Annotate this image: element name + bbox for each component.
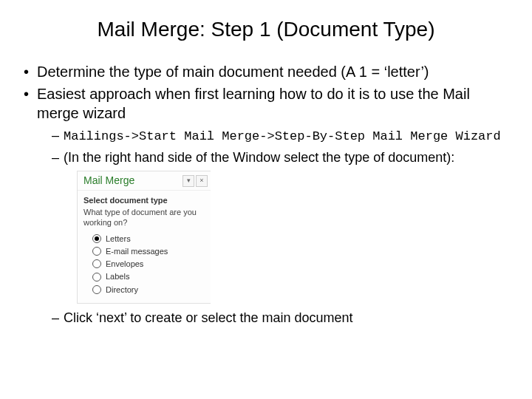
bullet-list: Determine the type of main document need… [22, 62, 510, 327]
close-icon: × [200, 177, 203, 184]
document-type-options: Letters E-mail messages Envelopes [78, 233, 211, 303]
option-label: Labels [106, 271, 129, 282]
radio-icon [92, 259, 101, 268]
pane-question: What type of document are you working on… [78, 207, 211, 231]
sub-bullet-list: Mailings->Start Mail Merge->Step-By-Step… [37, 127, 510, 327]
radio-icon [92, 234, 101, 243]
option-label: Letters [106, 233, 131, 244]
option-letters[interactable]: Letters [92, 233, 211, 244]
bullet-item: Easiest approach when first learning how… [24, 84, 510, 327]
bullet-item: Determine the type of main document need… [24, 62, 510, 81]
radio-icon [92, 273, 101, 282]
pane-section-title: Select document type [78, 191, 211, 207]
radio-icon [92, 285, 101, 294]
option-label: E-mail messages [106, 246, 168, 256]
option-envelopes[interactable]: Envelopes [92, 259, 211, 269]
bullet-text: Determine the type of main document need… [37, 64, 429, 80]
bullet-text: Easiest approach when first learning how… [37, 86, 470, 121]
menu-path-text: Mailings->Start Mail Merge->Step-By-Step… [64, 129, 501, 143]
sub-bullet-item: (In the right hand side of the Window se… [52, 149, 510, 304]
pane-title: Mail Merge [83, 174, 134, 187]
mail-merge-pane-screenshot: Mail Merge ▾ × Select document type What… [77, 171, 510, 304]
pane-dropdown-button[interactable]: ▾ [183, 175, 194, 187]
sub-bullet-item: Mailings->Start Mail Merge->Step-By-Step… [52, 127, 510, 145]
pane-close-button[interactable]: × [196, 175, 208, 187]
option-label: Directory [106, 284, 138, 295]
mail-merge-pane: Mail Merge ▾ × Select document type What… [77, 171, 211, 304]
pane-header: Mail Merge ▾ × [78, 171, 211, 190]
slide-title: Mail Merge: Step 1 (Document Type) [22, 18, 510, 41]
radio-icon [92, 247, 101, 256]
pane-header-controls: ▾ × [183, 175, 208, 187]
chevron-down-icon: ▾ [187, 177, 191, 184]
slide: Mail Merge: Step 1 (Document Type) Deter… [0, 0, 532, 399]
sub-bullet-text: Click ‘next’ to create or select the mai… [64, 310, 353, 325]
option-labels[interactable]: Labels [92, 271, 211, 282]
sub-bullet-text: (In the right hand side of the Window se… [64, 150, 454, 165]
option-email-messages[interactable]: E-mail messages [92, 246, 211, 256]
option-label: Envelopes [106, 259, 143, 269]
sub-bullet-item: Click ‘next’ to create or select the mai… [52, 310, 510, 327]
option-directory[interactable]: Directory [92, 284, 211, 295]
